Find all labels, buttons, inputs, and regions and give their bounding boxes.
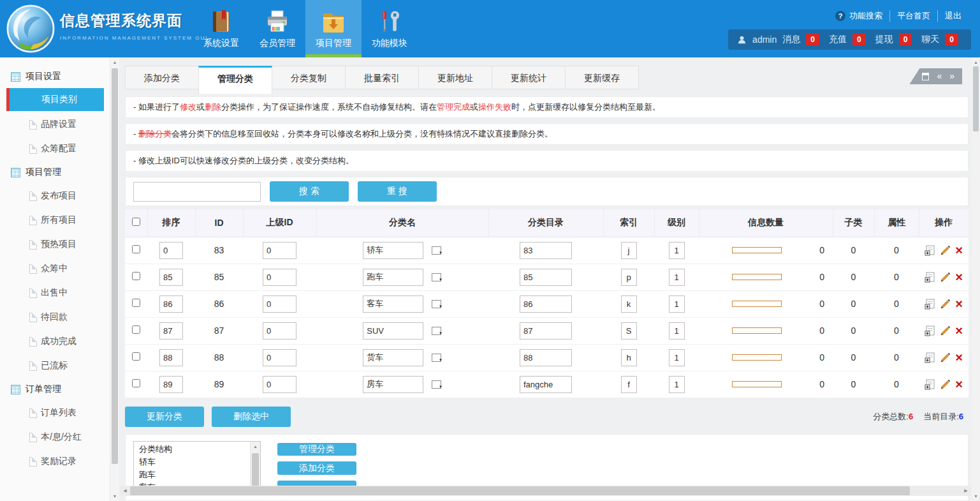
sidebar-item-crowdfunding-config[interactable]: 众筹配置 — [0, 137, 110, 161]
tab-list-icon[interactable] — [922, 73, 929, 80]
delete-icon[interactable]: × — [955, 352, 963, 363]
index-input[interactable] — [621, 295, 637, 313]
search-button[interactable]: 搜 索 — [270, 181, 349, 202]
delete-icon[interactable]: × — [955, 299, 963, 310]
sidebar-item-project-category[interactable]: 项目类别 — [6, 88, 104, 111]
level-input[interactable] — [669, 295, 685, 313]
icon-picker[interactable]: ▾ — [432, 354, 442, 362]
sidebar-item-on-sale[interactable]: 出售中 — [0, 281, 110, 305]
icon-picker[interactable]: ▾ — [432, 246, 442, 255]
add-subcategory-icon[interactable] — [925, 379, 935, 390]
row-checkbox[interactable] — [132, 325, 140, 334]
category-dir-input[interactable] — [520, 376, 572, 393]
level-input[interactable] — [669, 376, 685, 393]
add-subcategory-icon[interactable] — [925, 325, 935, 336]
search-input[interactable] — [133, 182, 261, 202]
sidebar-item-reward-records[interactable]: 奖励记录 — [0, 449, 110, 474]
tab-manage-category[interactable]: 管理分类 — [198, 66, 272, 94]
index-input[interactable] — [621, 322, 637, 340]
index-input[interactable] — [621, 242, 637, 259]
parent-id-input[interactable] — [263, 322, 296, 340]
recharge-link[interactable]: 充值 — [829, 34, 847, 45]
tab-add-category[interactable]: 添加分类 — [125, 66, 199, 89]
tab-update-address[interactable]: 更新地址 — [418, 66, 492, 89]
row-checkbox[interactable] — [132, 352, 140, 361]
sidebar-section-project-management[interactable]: 项目管理 — [0, 161, 110, 184]
username[interactable]: admin — [752, 34, 777, 45]
edit-icon[interactable] — [940, 272, 951, 283]
sort-input[interactable] — [159, 295, 183, 313]
parent-id-input[interactable] — [263, 295, 296, 313]
sidebar-item-publish-project[interactable]: 发布项目 — [0, 184, 110, 208]
icon-picker[interactable]: ▾ — [432, 380, 442, 389]
sidebar-item-crowdfunding-active[interactable]: 众筹中 — [0, 257, 110, 281]
category-name-input[interactable] — [363, 349, 423, 366]
edit-icon[interactable] — [940, 245, 951, 256]
list-item[interactable]: 分类结构 — [139, 443, 247, 456]
nav-member-management[interactable]: 会员管理 — [249, 0, 305, 57]
tabs-scroll-left-icon[interactable]: « — [937, 68, 942, 84]
edit-icon[interactable] — [940, 325, 951, 336]
list-item[interactable]: 跑车 — [139, 468, 247, 481]
row-checkbox[interactable] — [132, 272, 140, 280]
logout-link[interactable]: 退出 — [937, 10, 969, 22]
parent-id-input[interactable] — [263, 242, 296, 259]
tabs-scroll-right-icon[interactable]: » — [949, 68, 954, 84]
icon-picker[interactable]: ▾ — [432, 327, 442, 335]
scroll-down-icon[interactable]: ▼ — [110, 491, 119, 501]
index-input[interactable] — [621, 349, 637, 366]
parent-id-input[interactable] — [263, 349, 296, 366]
delete-selected-button[interactable]: 删除选中 — [212, 407, 291, 427]
delete-icon[interactable]: × — [955, 379, 963, 390]
row-checkbox[interactable] — [132, 245, 140, 253]
select-all-checkbox[interactable] — [132, 218, 140, 226]
delete-icon[interactable]: × — [955, 325, 963, 336]
nav-system-settings[interactable]: 系统设置 — [193, 0, 249, 57]
function-search-link[interactable]: ? 功能搜索 — [828, 10, 889, 22]
sort-input[interactable] — [159, 269, 183, 286]
sidebar-item-principal-interest-dividend[interactable]: 本/息/分红 — [0, 425, 110, 449]
sidebar-item-completed[interactable]: 成功完成 — [0, 329, 110, 354]
main-scrollbar[interactable]: ▲ ▼ — [972, 57, 980, 501]
messages-link[interactable]: 消息 — [782, 34, 800, 45]
main-scrollbar-thumb[interactable] — [973, 66, 979, 131]
recharge-count-badge[interactable]: 0 — [852, 34, 866, 45]
level-input[interactable] — [669, 242, 685, 259]
sidebar-item-brand-settings[interactable]: 品牌设置 — [0, 112, 110, 137]
level-input[interactable] — [669, 322, 685, 340]
add-subcategory-icon[interactable] — [925, 352, 935, 363]
update-category-button[interactable]: 更新分类 — [125, 407, 204, 427]
tab-copy-category[interactable]: 分类复制 — [272, 66, 346, 89]
scroll-down-icon[interactable]: ▼ — [972, 491, 980, 501]
icon-picker[interactable]: ▾ — [432, 300, 442, 308]
withdraw-link[interactable]: 提现 — [875, 34, 893, 45]
category-dir-input[interactable] — [520, 242, 572, 259]
index-input[interactable] — [621, 376, 637, 393]
list-item[interactable]: 轿车 — [139, 456, 247, 468]
category-name-input[interactable] — [363, 242, 423, 259]
delete-icon[interactable]: × — [955, 272, 963, 283]
sidebar-scrollbar-thumb[interactable] — [112, 68, 118, 464]
scroll-up-icon[interactable]: ▲ — [972, 57, 980, 67]
category-name-input[interactable] — [363, 376, 423, 393]
category-dir-input[interactable] — [520, 349, 572, 366]
category-name-input[interactable] — [363, 269, 423, 286]
research-button[interactable]: 重 搜 — [358, 181, 437, 202]
add-subcategory-icon[interactable] — [925, 245, 935, 256]
row-checkbox[interactable] — [132, 379, 140, 387]
add-subcategory-icon[interactable] — [925, 272, 935, 283]
sidebar-item-all-projects[interactable]: 所有项目 — [0, 208, 110, 232]
sidebar-section-project-settings[interactable]: 项目设置 — [0, 65, 110, 88]
parent-id-input[interactable] — [263, 269, 296, 286]
tab-batch-index[interactable]: 批量索引 — [345, 66, 419, 89]
row-checkbox[interactable] — [132, 299, 140, 307]
sidebar-item-pending-repayment[interactable]: 待回款 — [0, 305, 110, 329]
add-category-button[interactable]: 添加分类 — [277, 461, 356, 475]
listbox-scrollbar-thumb[interactable] — [252, 453, 259, 490]
messages-count-badge[interactable]: 0 — [806, 34, 819, 45]
sidebar-item-preheat-projects[interactable]: 预热项目 — [0, 232, 110, 257]
chat-count-badge[interactable]: 0 — [945, 34, 958, 45]
sidebar-scrollbar[interactable]: ▲ ▼ — [110, 57, 119, 501]
withdraw-count-badge[interactable]: 0 — [899, 34, 912, 45]
sidebar-section-order-management[interactable]: 订单管理 — [0, 378, 110, 401]
